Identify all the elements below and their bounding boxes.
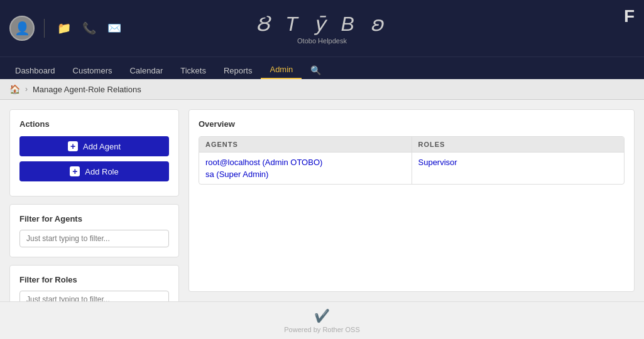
nav-search-icon[interactable]: 🔍	[302, 62, 330, 79]
phone-icon[interactable]: 📞	[82, 21, 96, 35]
overview-table: AGENTS root@localhost (Admin OTOBO) sa (…	[199, 136, 625, 185]
role-link-0[interactable]: Supervisor	[418, 156, 618, 168]
logo-text: Ȣ T ȳ B ʚ	[256, 12, 388, 36]
filter-agents-title: Filter for Agents	[19, 214, 169, 223]
header-divider	[44, 19, 45, 38]
nav-customers[interactable]: Customers	[64, 62, 121, 79]
roles-column-header: ROLES	[412, 137, 625, 153]
breadcrumb: 🏠 › Manage Agent-Role Relations	[0, 79, 644, 100]
nav-tickets[interactable]: Tickets	[172, 62, 215, 79]
header-icons: 📁 📞 ✉️	[54, 21, 124, 35]
email-icon[interactable]: ✉️	[107, 21, 121, 35]
agent-link-0[interactable]: root@localhost (Admin OTOBO)	[205, 156, 405, 168]
roles-column: ROLES Supervisor	[412, 137, 625, 184]
nav-dashboard[interactable]: Dashboard	[6, 62, 64, 79]
add-agent-label: Add Agent	[83, 142, 121, 151]
folder-icon[interactable]: 📁	[57, 21, 71, 35]
add-role-button[interactable]: + Add Role	[19, 161, 169, 181]
header-center: Ȣ T ȳ B ʚ Otobo Helpdesk	[256, 12, 388, 45]
left-panel: Actions + Add Agent + Add Role Filter fo…	[9, 109, 179, 292]
header-right-letter: F	[624, 6, 635, 26]
add-agent-plus-icon: +	[68, 141, 78, 151]
filter-roles-title: Filter for Roles	[19, 275, 169, 284]
footer-text: Powered by Rother OSS	[284, 326, 359, 333]
avatar[interactable]: 👤	[9, 16, 35, 41]
add-role-label: Add Role	[85, 167, 118, 176]
agents-column: AGENTS root@localhost (Admin OTOBO) sa (…	[199, 137, 412, 184]
overview-title: Overview	[199, 119, 625, 129]
add-agent-button[interactable]: + Add Agent	[19, 136, 169, 156]
footer: ✔️ Powered by Rother OSS	[0, 301, 644, 339]
agents-column-header: AGENTS	[199, 137, 412, 153]
right-panel: Overview AGENTS root@localhost (Admin OT…	[188, 109, 635, 292]
nav-admin[interactable]: Admin	[261, 61, 302, 79]
header: 👤 📁 📞 ✉️ Ȣ T ȳ B ʚ Otobo Helpdesk F	[0, 0, 644, 56]
nav-calendar[interactable]: Calendar	[121, 62, 172, 79]
nav-reports[interactable]: Reports	[215, 62, 261, 79]
footer-logo-icon: ✔️	[314, 308, 330, 323]
breadcrumb-home-icon[interactable]: 🏠	[9, 84, 20, 94]
filter-agents-box: Filter for Agents	[9, 204, 179, 257]
actions-title: Actions	[19, 119, 169, 129]
actions-box: Actions + Add Agent + Add Role	[9, 109, 179, 196]
breadcrumb-separator: ›	[25, 85, 28, 94]
filter-agents-input[interactable]	[19, 230, 169, 247]
breadcrumb-current-page: Manage Agent-Role Relations	[33, 85, 141, 94]
main-content: Actions + Add Agent + Add Role Filter fo…	[0, 100, 644, 301]
agent-link-1[interactable]: sa (Super Admin)	[205, 168, 405, 180]
add-role-plus-icon: +	[70, 166, 80, 176]
agents-column-body: root@localhost (Admin OTOBO) sa (Super A…	[199, 153, 412, 184]
header-left: 👤 📁 📞 ✉️	[9, 16, 124, 41]
avatar-icon: 👤	[14, 21, 30, 36]
navbar: Dashboard Customers Calendar Tickets Rep…	[0, 56, 644, 79]
helpdesk-label: Otobo Helpdesk	[297, 37, 347, 45]
roles-column-body: Supervisor	[412, 153, 625, 172]
